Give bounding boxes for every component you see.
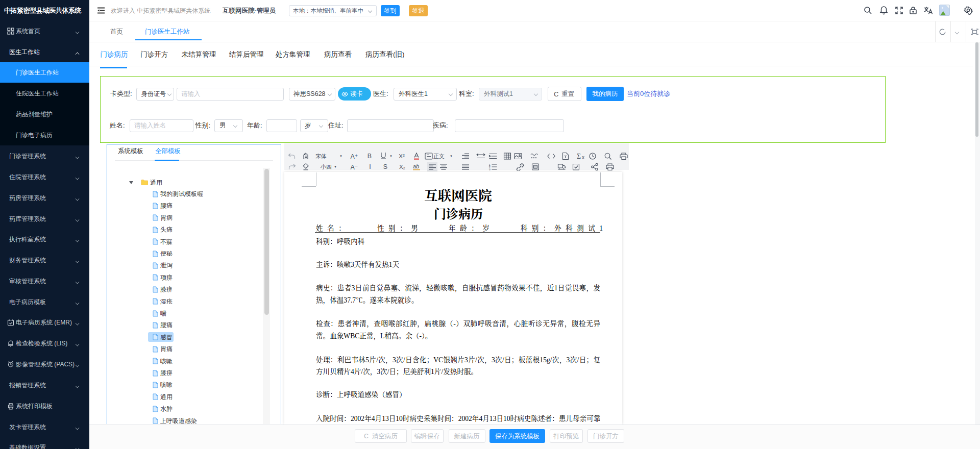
svg-text:Σ: Σ [577, 153, 581, 160]
svg-text:x: x [582, 155, 584, 160]
svg-text:ab: ab [413, 163, 419, 169]
svg-text:3: 3 [489, 168, 491, 170]
